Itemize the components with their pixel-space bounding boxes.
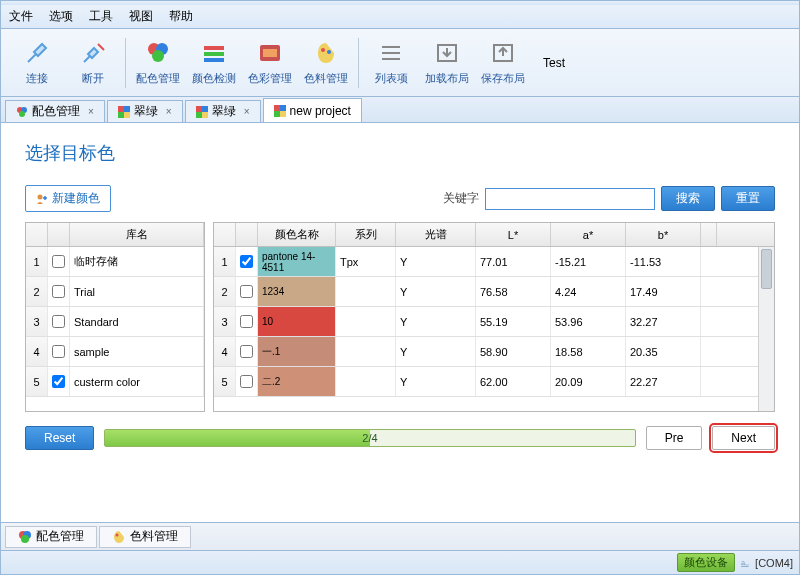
spectrum-cell: Y xyxy=(396,337,476,366)
menu-tool[interactable]: 工具 xyxy=(89,8,113,25)
tool-list-item[interactable]: 列表项 xyxy=(363,33,419,93)
color-mgmt-icon xyxy=(256,39,284,67)
tool-color-mgmt[interactable]: 色彩管理 xyxy=(242,33,298,93)
library-name: sample xyxy=(70,337,204,366)
a-cell: 18.58 xyxy=(551,337,626,366)
tool-load-layout[interactable]: 加载布局 xyxy=(419,33,475,93)
tab-new-project[interactable]: new project xyxy=(263,98,362,122)
row-number: 5 xyxy=(26,367,48,396)
tool-color-detect[interactable]: 颜色检测 xyxy=(186,33,242,93)
usb-icon: ⎁ xyxy=(741,555,749,570)
new-color-button[interactable]: 新建颜色 xyxy=(25,185,111,212)
progress-bar: 2/4 xyxy=(104,429,635,447)
load-layout-icon xyxy=(433,39,461,67)
tool-save-layout[interactable]: 保存布局 xyxy=(475,33,531,93)
row-checkbox[interactable] xyxy=(240,285,253,298)
tool-connect[interactable]: 连接 xyxy=(9,33,65,93)
progress-text: 2/4 xyxy=(362,432,377,444)
bottom-tab-material-manage[interactable]: 色料管理 xyxy=(99,526,191,548)
library-row[interactable]: 4 sample xyxy=(26,337,204,367)
svg-rect-27 xyxy=(274,105,280,111)
a-cell: 4.24 xyxy=(551,277,626,306)
svg-point-31 xyxy=(38,194,43,199)
tool-disconnect[interactable]: 断开 xyxy=(65,33,121,93)
menu-view[interactable]: 视图 xyxy=(129,8,153,25)
color-swatch: 一.1 xyxy=(258,337,336,366)
bottom-tabstrip: 配色管理 色料管理 xyxy=(0,523,800,551)
svg-rect-8 xyxy=(263,49,277,57)
next-button[interactable]: Next xyxy=(712,426,775,450)
library-name: custerm color xyxy=(70,367,204,396)
scrollbar[interactable] xyxy=(758,247,774,411)
close-icon[interactable]: × xyxy=(88,106,94,117)
color-row[interactable]: 3 10 Y 55.19 53.96 32.27 xyxy=(214,307,774,337)
svg-rect-6 xyxy=(204,58,224,62)
pre-button[interactable]: Pre xyxy=(646,426,703,450)
library-row[interactable]: 3 Standard xyxy=(26,307,204,337)
row-checkbox[interactable] xyxy=(240,345,253,358)
color-row[interactable]: 2 1234 Y 76.58 4.24 17.49 xyxy=(214,277,774,307)
series-cell xyxy=(336,277,396,306)
svg-rect-29 xyxy=(274,111,280,117)
row-number: 2 xyxy=(214,277,236,306)
row-checkbox[interactable] xyxy=(52,315,65,328)
tabstrip: 配色管理 × 翠绿 × 翠绿 × new project xyxy=(0,97,800,123)
library-row[interactable]: 5 custerm color xyxy=(26,367,204,397)
bottom-tab-color-manage[interactable]: 配色管理 xyxy=(5,526,97,548)
keyword-input[interactable] xyxy=(485,188,655,210)
svg-rect-5 xyxy=(204,52,224,56)
spectrum-cell: Y xyxy=(396,277,476,306)
svg-point-36 xyxy=(21,535,29,543)
list-icon xyxy=(377,39,405,67)
b-cell: 20.35 xyxy=(626,337,701,366)
tool-material-mgmt[interactable]: 色料管理 xyxy=(298,33,354,93)
row-number: 4 xyxy=(26,337,48,366)
color-row[interactable]: 1 pantone 14-4511 Tpx Y 77.01 -15.21 -11… xyxy=(214,247,774,277)
row-checkbox[interactable] xyxy=(240,375,253,388)
close-icon[interactable]: × xyxy=(166,106,172,117)
status-device-badge: 颜色设备 xyxy=(677,553,735,572)
color-row[interactable]: 5 二.2 Y 62.00 20.09 22.27 xyxy=(214,367,774,397)
svg-rect-26 xyxy=(202,112,208,118)
spectrum-cell: Y xyxy=(396,247,476,276)
b-cell: 32.27 xyxy=(626,307,701,336)
tab-icon xyxy=(16,106,28,118)
row-checkbox[interactable] xyxy=(240,255,253,268)
b-cell: 17.49 xyxy=(626,277,701,306)
search-button[interactable]: 搜索 xyxy=(661,186,715,211)
menu-help[interactable]: 帮助 xyxy=(169,8,193,25)
status-com: [COM4] xyxy=(755,557,793,569)
tab-color-manage[interactable]: 配色管理 × xyxy=(5,100,105,122)
col-name: 颜色名称 xyxy=(258,223,336,246)
library-grid: 库名 1 临时存储 2 Trial 3 Standard 4 sample 5 … xyxy=(25,222,205,412)
row-checkbox[interactable] xyxy=(52,345,65,358)
library-row[interactable]: 2 Trial xyxy=(26,277,204,307)
col-l: L* xyxy=(476,223,551,246)
colors-grid: 颜色名称 系列 光谱 L* a* b* 1 pantone 14-4511 Tp… xyxy=(213,222,775,412)
row-checkbox[interactable] xyxy=(240,315,253,328)
menubar: 文件 选项 工具 视图 帮助 xyxy=(0,5,800,29)
connect-icon xyxy=(23,39,51,67)
svg-point-9 xyxy=(321,48,325,52)
a-cell: 53.96 xyxy=(551,307,626,336)
tab-icon xyxy=(118,106,130,118)
library-row[interactable]: 1 临时存储 xyxy=(26,247,204,277)
row-checkbox[interactable] xyxy=(52,255,65,268)
menu-option[interactable]: 选项 xyxy=(49,8,73,25)
row-checkbox[interactable] xyxy=(52,285,65,298)
menu-file[interactable]: 文件 xyxy=(9,8,33,25)
color-row[interactable]: 4 一.1 Y 58.90 18.58 20.35 xyxy=(214,337,774,367)
tab-cuilv-1[interactable]: 翠绿 × xyxy=(107,100,183,122)
toolbar-test[interactable]: Test xyxy=(543,56,565,70)
svg-point-10 xyxy=(327,50,331,54)
color-swatch: pantone 14-4511 xyxy=(258,247,336,276)
detect-icon xyxy=(200,39,228,67)
tool-color-manage[interactable]: 配色管理 xyxy=(130,33,186,93)
row-checkbox[interactable] xyxy=(52,375,65,388)
tab-cuilv-2[interactable]: 翠绿 × xyxy=(185,100,261,122)
b-cell: -11.53 xyxy=(626,247,701,276)
wizard-reset-button[interactable]: Reset xyxy=(25,426,94,450)
material-icon xyxy=(312,39,340,67)
close-icon[interactable]: × xyxy=(244,106,250,117)
reset-button[interactable]: 重置 xyxy=(721,186,775,211)
